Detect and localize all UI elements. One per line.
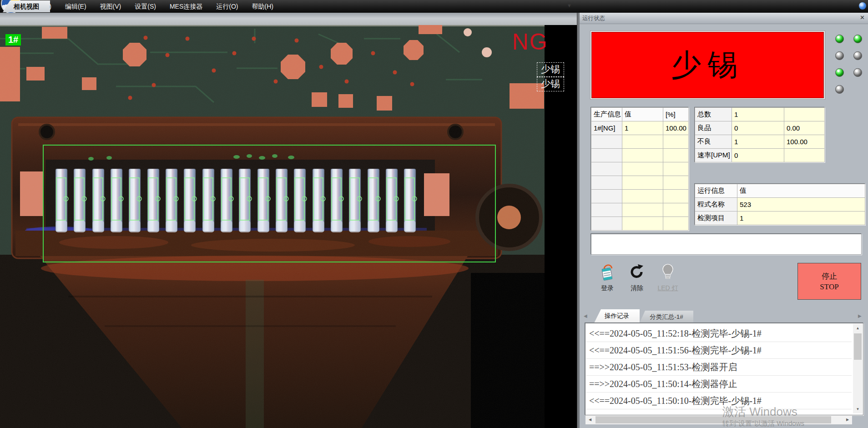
tab-scroll-left-icon[interactable]: ◀	[584, 313, 587, 318]
defect-label: 少锡	[537, 77, 564, 91]
production-table: 生产信息 值 [%] 1#[NG]1100.00	[591, 107, 689, 231]
table-row	[591, 162, 689, 176]
status-light	[853, 68, 862, 77]
table-row: 程式名称523	[695, 198, 865, 211]
menu-view[interactable]: 视图(V)	[93, 0, 128, 13]
menu-mes-connector[interactable]: MES连接器	[163, 0, 209, 13]
panel-title-bar	[580, 13, 868, 24]
stop-button[interactable]: 停止 STOP	[797, 263, 861, 300]
tab-class-summary-1[interactable]: 分类汇总-1#	[640, 311, 693, 323]
column-header: 运行信息	[695, 184, 737, 198]
menu-run[interactable]: 运行(O)	[209, 0, 245, 13]
table-row: 总数1	[695, 108, 825, 121]
scroll-left-icon[interactable]: ◀	[585, 415, 595, 424]
column-header: 生产信息	[591, 108, 622, 121]
column-header: 值	[622, 108, 663, 121]
alarm-frame: 少锡	[590, 30, 825, 100]
stop-label-en: STOP	[820, 282, 838, 292]
totals-table: 总数1 良品00.00 不良1100.00 速率[UPM]0	[695, 107, 825, 162]
close-icon[interactable]: ✕	[860, 14, 865, 21]
view-tab-bar	[0, 13, 577, 25]
log-entry: <<==2024-05-05_11:50:10-检测完毕-少锡-1#	[586, 393, 852, 409]
status-light	[835, 51, 844, 60]
tab-operation-log[interactable]: 操作记录	[594, 309, 640, 323]
table-row	[591, 135, 689, 149]
windows-activation-watermark-sub: 转到“设置”以激活 Windows	[722, 419, 804, 428]
table-row: 良品00.00	[695, 121, 825, 135]
operation-log-list: <<==2024-05-05_11:52:18-检测完毕-少锡-1# <<==2…	[585, 323, 863, 415]
windows-activation-watermark: 激活 Windows	[722, 404, 797, 420]
log-entries: <<==2024-05-05_11:52:18-检测完毕-少锡-1# <<==2…	[586, 325, 852, 409]
login-label: 登录	[593, 284, 622, 292]
tab-camera-view[interactable]: 相机视图	[3, 0, 50, 12]
camera-id-badge: 1#	[5, 34, 21, 45]
chevron-down-icon[interactable]: ▼	[567, 3, 572, 8]
inspection-result-text: NG	[512, 30, 548, 53]
status-light	[835, 85, 844, 94]
refresh-icon	[628, 263, 646, 281]
app-status-icon	[859, 2, 866, 10]
login-button[interactable]: 登录	[593, 263, 622, 297]
id-badge-icon	[599, 263, 616, 281]
led-light-button[interactable]: LED 灯	[653, 263, 682, 297]
status-light	[835, 68, 844, 77]
scroll-down-icon[interactable]: ▼	[853, 405, 863, 413]
status-light	[853, 51, 862, 60]
scroll-up-icon[interactable]: ▲	[853, 324, 863, 332]
vertical-scrollbar[interactable]: ▲ ▼	[853, 324, 863, 413]
pcb-inspection-image	[0, 25, 577, 428]
clear-label: 清除	[622, 284, 651, 292]
led-label: LED 灯	[653, 284, 682, 292]
log-entry: <<==2024-05-05_11:51:56-检测完毕-少锡-1#	[586, 342, 852, 359]
table-row	[591, 217, 689, 231]
scrollbar-thumb[interactable]	[854, 333, 862, 360]
tab-scroll-right-icon[interactable]: ▶	[858, 313, 862, 318]
log-entry: ==>>2024-05-05_11:50:14-检测器停止	[586, 376, 852, 393]
light-bulb-icon	[659, 263, 676, 281]
log-entry: ==>>2024-05-05_11:51:53-检测器开启	[586, 359, 852, 376]
menu-bar: 文件(F) 编辑(E) 视图(V) 设置(S) MES连接器 运行(O) 帮助(…	[0, 0, 868, 13]
status-light	[835, 35, 844, 43]
run-info-table: 运行信息 值 程式名称523 检测项目1	[695, 184, 865, 225]
column-header: 值	[737, 184, 865, 198]
message-box	[591, 234, 862, 255]
menu-edit[interactable]: 编辑(E)	[58, 0, 93, 13]
stop-label-cn: 停止	[822, 271, 837, 282]
table-row	[591, 190, 689, 203]
panel-title: 运行状态	[582, 15, 605, 22]
table-row	[591, 203, 689, 217]
table-row: 不良1100.00	[695, 135, 825, 149]
table-row: 速率[UPM]0	[695, 149, 825, 162]
clear-button[interactable]: 清除	[622, 263, 651, 297]
menu-help[interactable]: 帮助(H)	[245, 0, 280, 13]
menu-settings[interactable]: 设置(S)	[128, 0, 163, 13]
table-row	[591, 176, 689, 190]
table-row	[591, 149, 689, 162]
horizontal-scrollbar[interactable]: ◀ ▶	[585, 415, 852, 424]
application-window: 文件(F) 编辑(E) 视图(V) 设置(S) MES连接器 运行(O) 帮助(…	[0, 0, 868, 428]
column-header: [%]	[663, 108, 689, 121]
scroll-right-icon[interactable]: ▶	[843, 415, 852, 424]
defect-label: 少锡	[537, 62, 564, 77]
menu-items: 文件(F) 编辑(E) 视图(V) 设置(S) MES连接器 运行(O) 帮助(…	[24, 0, 280, 13]
table-row: 检测项目1	[695, 211, 865, 225]
table-row: 1#[NG]1100.00	[591, 121, 689, 135]
status-light	[853, 35, 862, 43]
alarm-status-text: 少锡	[591, 32, 824, 98]
log-entry: <<==2024-05-05_11:52:18-检测完毕-少锡-1#	[586, 325, 852, 342]
camera-view: 1# NG 少锡 少锡	[0, 25, 577, 428]
